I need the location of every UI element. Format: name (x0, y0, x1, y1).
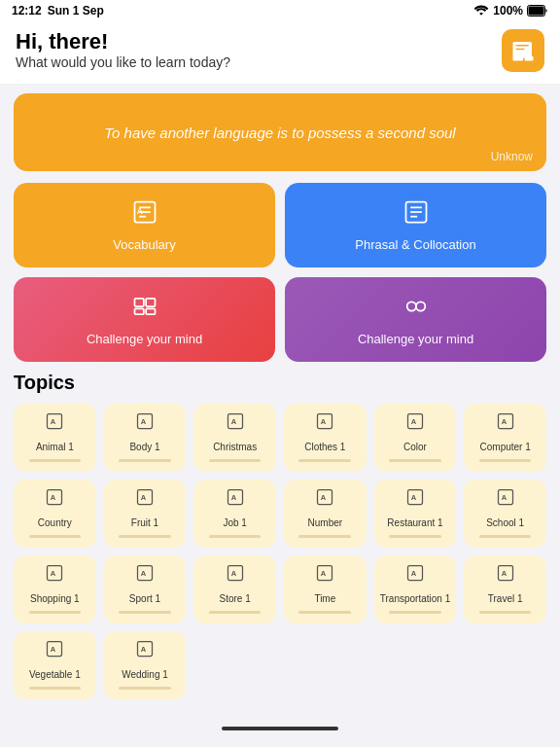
cards-row-1: A Vocabulary Phrasal & Collocation (14, 183, 546, 267)
svg-text:A: A (321, 493, 327, 502)
topic-bar-18 (29, 687, 82, 690)
topic-name-18: Vegetable 1 (29, 669, 81, 681)
topic-bar-1 (119, 459, 171, 462)
topic-item[interactable]: A Country (14, 480, 96, 548)
topic-icon-6: A (45, 487, 64, 512)
cards-row-2: Challenge your mind Challenge your mind (14, 277, 546, 362)
challenge2-card[interactable]: Challenge your mind (285, 277, 546, 362)
topic-item[interactable]: A Travel 1 (464, 555, 546, 623)
topic-name-8: Job 1 (223, 517, 246, 529)
topic-item[interactable]: A Job 1 (193, 480, 276, 548)
battery-icon (527, 5, 548, 17)
topic-name-9: Number (308, 517, 343, 529)
topic-icon-0: A (45, 411, 64, 436)
topic-icon-15: A (315, 563, 334, 587)
status-left: 12:12 Sun 1 Sep (12, 4, 104, 18)
topic-icon-2: A (226, 411, 245, 436)
topic-bar-12 (29, 611, 82, 614)
topic-item[interactable]: A Sport 1 (104, 555, 187, 623)
topic-item[interactable]: A Store 1 (193, 555, 276, 623)
svg-text:A: A (230, 493, 236, 502)
topic-name-3: Clothes 1 (304, 442, 345, 453)
topic-item[interactable]: A Computer 1 (464, 404, 546, 472)
topic-item[interactable]: A Body 1 (104, 404, 187, 472)
topic-bar-2 (209, 459, 262, 462)
phrasal-icon (402, 198, 430, 230)
topic-item[interactable]: A Color (374, 404, 457, 472)
phrasal-label: Phrasal & Collocation (355, 237, 475, 252)
svg-text:A: A (51, 493, 56, 502)
topic-bar-19 (119, 687, 171, 690)
topic-icon-4: A (405, 411, 425, 436)
svg-rect-5 (525, 56, 534, 61)
topic-bar-7 (119, 535, 171, 538)
greeting-subtitle: What would you like to learn today? (16, 54, 230, 70)
topic-item[interactable]: A Fruit 1 (104, 480, 187, 548)
svg-text:A: A (230, 569, 236, 578)
topic-icon-13: A (135, 563, 155, 587)
challenge1-label: Challenge your mind (87, 332, 202, 346)
app-icon[interactable] (502, 29, 544, 72)
topic-icon-14: A (226, 563, 245, 587)
topic-name-11: School 1 (486, 517, 524, 529)
topic-item[interactable]: A Transportation 1 (374, 555, 457, 623)
topic-bar-14 (209, 611, 262, 614)
topic-name-16: Transportation 1 (380, 593, 450, 605)
svg-text:A: A (141, 493, 147, 502)
topic-bar-16 (389, 611, 441, 614)
vocab-card[interactable]: A Vocabulary (14, 183, 275, 267)
topics-grid: A Animal 1 A Body 1 A Christmas A Clothe… (14, 404, 546, 699)
topic-item[interactable]: A Christmas (193, 404, 276, 472)
topic-item[interactable]: A Restaurant 1 (374, 480, 457, 548)
vocab-label: Vocabulary (113, 237, 175, 252)
topic-item[interactable]: A Vegetable 1 (14, 631, 96, 699)
quote-author: Unknow (491, 150, 533, 163)
topic-bar-11 (479, 535, 532, 538)
home-indicator-bar (222, 727, 338, 730)
phrasal-card[interactable]: Phrasal & Collocation (285, 183, 546, 267)
svg-text:A: A (411, 417, 417, 426)
topic-name-5: Computer 1 (480, 442, 531, 453)
topic-item[interactable]: A School 1 (464, 480, 546, 548)
quote-banner: To have another language is to possess a… (14, 93, 546, 171)
topic-icon-5: A (496, 411, 515, 436)
topic-name-12: Shopping 1 (30, 593, 80, 605)
svg-text:A: A (321, 569, 327, 578)
svg-text:A: A (230, 417, 236, 426)
svg-text:A: A (501, 569, 507, 578)
topic-item[interactable]: A Number (284, 480, 367, 548)
topic-icon-3: A (315, 411, 334, 436)
svg-text:A: A (51, 645, 56, 654)
topic-name-14: Store 1 (220, 593, 251, 605)
topic-name-19: Wedding 1 (122, 669, 168, 681)
topic-icon-16: A (405, 563, 425, 587)
svg-rect-19 (134, 308, 143, 314)
svg-text:A: A (501, 417, 507, 426)
topic-name-1: Body 1 (129, 442, 159, 453)
topic-item[interactable]: A Clothes 1 (284, 404, 367, 472)
svg-text:A: A (411, 493, 417, 502)
topics-title: Topics (14, 372, 546, 394)
topic-item[interactable]: A Time (284, 555, 367, 623)
topic-icon-7: A (135, 487, 155, 512)
svg-rect-1 (529, 7, 544, 16)
topic-item[interactable]: A Shopping 1 (14, 555, 96, 623)
topic-icon-9: A (315, 487, 334, 512)
challenge2-icon (402, 293, 430, 324)
topic-item[interactable]: A Wedding 1 (104, 631, 187, 699)
topic-name-0: Animal 1 (36, 442, 74, 453)
topic-name-6: Country (38, 517, 72, 529)
challenge1-card[interactable]: Challenge your mind (14, 277, 275, 362)
topic-name-15: Time (314, 593, 335, 605)
topic-name-4: Color (403, 442, 427, 453)
quote-text: To have another language is to possess a… (104, 124, 455, 141)
topic-bar-5 (479, 459, 532, 462)
svg-text:A: A (411, 569, 417, 578)
topic-name-2: Christmas (213, 442, 257, 453)
topic-name-7: Fruit 1 (131, 517, 158, 529)
challenge1-icon (131, 293, 158, 324)
topic-icon-1: A (135, 411, 155, 436)
topic-item[interactable]: A Animal 1 (14, 404, 96, 472)
svg-rect-4 (513, 56, 524, 61)
topic-icon-18: A (45, 639, 64, 663)
